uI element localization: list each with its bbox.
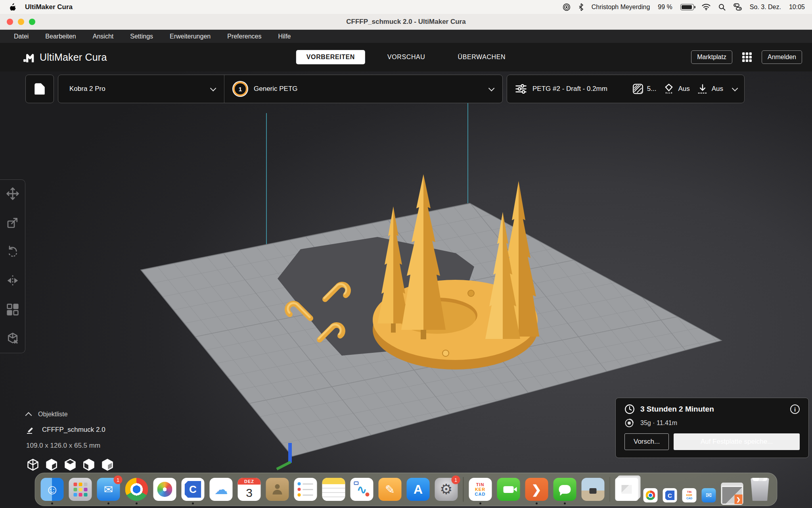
view-front-button[interactable] — [45, 458, 58, 471]
tab-vorschau[interactable]: VORSCHAU — [377, 50, 435, 64]
dock-tinkercad-icon[interactable]: TINKERCAD — [469, 478, 492, 501]
dock: ☺ ✉1 C ☁ DEZ 3 ∿ ✎ A ⚙1 TINKERCAD ❯ — [35, 473, 778, 506]
material-name: Generic PETG — [254, 85, 298, 93]
machine-material-panel: Kobra 2 Pro 1 Generic PETG — [58, 75, 503, 103]
ring-detail-bump-back — [468, 290, 474, 296]
menu-settings[interactable]: Settings — [122, 33, 161, 40]
dock-launchpad-icon[interactable] — [69, 478, 92, 501]
menubar-time[interactable]: 10:05 — [789, 4, 805, 11]
dock-facetime-icon[interactable] — [497, 478, 520, 501]
info-icon[interactable]: i — [790, 404, 800, 414]
dock-minimized-chrome-window[interactable] — [643, 488, 658, 502]
menu-hilfe[interactable]: Hilfe — [270, 33, 299, 40]
cura-brand: UltiMaker Cura — [0, 52, 107, 63]
support-icon — [663, 83, 674, 94]
control-center-icon[interactable] — [733, 3, 742, 11]
screen-mirroring-icon[interactable] — [563, 3, 571, 11]
calendar-month: DEZ — [238, 478, 261, 485]
dock-contacts-icon[interactable] — [266, 478, 289, 501]
view-3d-button[interactable] — [26, 458, 40, 471]
open-file-icon — [33, 82, 46, 96]
ring-detail-bump-front — [442, 350, 449, 356]
printer-selector[interactable]: Kobra 2 Pro — [58, 75, 224, 103]
dock-minimized-mail-window[interactable]: ✉ — [702, 488, 716, 502]
material-usage: 35g · 11.41m — [640, 419, 677, 427]
save-to-disk-button[interactable]: Auf Festplatte speiche... — [674, 433, 800, 450]
model-tools-panel — [0, 179, 25, 353]
dock-finder-icon[interactable]: ☺ — [41, 478, 64, 501]
model-dimensions: 109.0 x 126.0 x 65.5 mm — [26, 442, 114, 450]
dock-pages-icon[interactable]: ✎ — [379, 478, 402, 501]
view-right-button[interactable] — [101, 458, 114, 471]
per-model-settings-button[interactable] — [4, 301, 21, 318]
view-left-button[interactable] — [82, 458, 96, 471]
dock-settings-icon[interactable]: ⚙1 — [435, 478, 458, 501]
preview-button[interactable]: Vorsch... — [624, 433, 669, 450]
menu-ansicht[interactable]: Ansicht — [84, 33, 122, 40]
dock-calendar-icon[interactable]: DEZ 3 — [238, 478, 261, 501]
object-list-item[interactable]: CFFFP_schmuck 2.0 — [26, 425, 114, 434]
app-menu-bar: Datei Bearbeiten Ansicht Settings Erweit… — [0, 30, 812, 43]
spotlight-search-icon[interactable] — [718, 4, 726, 11]
support-blocker-button[interactable] — [4, 330, 21, 347]
print-settings-panel[interactable]: PETG #2 - Draft - 0.2mm 5... — [507, 75, 745, 103]
object-list-title: Objektliste — [38, 411, 68, 418]
material-selector[interactable]: 1 Generic PETG — [224, 75, 502, 103]
menu-datei[interactable]: Datei — [6, 33, 37, 40]
dock-documents-stack[interactable] — [615, 478, 638, 501]
menubar-app-name[interactable]: UltiMaker Cura — [25, 3, 73, 11]
dock-minimized-tinkercad-window[interactable]: TINKERCAD — [682, 488, 697, 502]
screen: UltiMaker Cura Christoph Meyerding 99 % … — [0, 0, 812, 508]
menu-preferences[interactable]: Preferences — [219, 33, 270, 40]
dock-notes-icon[interactable] — [322, 478, 345, 501]
cura-window: CFFFP_schmuck 2.0 - UltiMaker Cura Datei… — [0, 14, 812, 508]
dock-minimized-browser-window[interactable]: ❯ — [721, 483, 743, 505]
dock-photo-thumbnail[interactable] — [581, 478, 604, 501]
dock-photos-icon[interactable] — [153, 478, 176, 501]
clock-icon — [624, 404, 635, 414]
marketplace-button[interactable]: Marktplatz — [691, 50, 732, 64]
sign-in-button[interactable]: Anmelden — [762, 50, 802, 64]
dock-minimized-cura-window[interactable]: C — [663, 488, 677, 502]
adhesion-value: Aus — [712, 85, 723, 93]
print-summary-panel: 3 Stunden 2 Minuten i 35g · 11.41m Vorsc… — [615, 398, 809, 458]
adhesion-setting: Aus — [697, 83, 723, 94]
ultimaker-logo-icon — [23, 52, 35, 62]
window-titlebar[interactable]: CFFFP_schmuck 2.0 - UltiMaker Cura — [0, 14, 812, 30]
dock-freeform-icon[interactable]: ∿ — [350, 478, 373, 501]
calendar-day: 3 — [238, 485, 261, 501]
menubar-user-name[interactable]: Christoph Meyerding — [592, 4, 650, 11]
dock-mail-icon[interactable]: ✉1 — [97, 478, 120, 501]
menu-erweiterungen[interactable]: Erweiterungen — [161, 33, 219, 40]
dock-icloud-icon[interactable]: ☁ — [210, 478, 233, 501]
settings-badge: 1 — [452, 475, 460, 484]
menu-bearbeiten[interactable]: Bearbeiten — [37, 33, 84, 40]
chevron-down-icon — [488, 85, 495, 91]
tab-vorbereiten[interactable]: VORBEREITEN — [296, 50, 365, 64]
open-file-button[interactable] — [25, 75, 54, 103]
bluetooth-icon[interactable] — [578, 3, 584, 11]
viewport-3d[interactable]: Kobra 2 Pro 1 Generic PETG PETG #2 - Dra… — [0, 71, 812, 508]
object-list-header[interactable]: Objektliste — [26, 411, 114, 418]
dock-appstore-icon[interactable]: A — [407, 478, 430, 501]
view-top-button[interactable] — [63, 458, 77, 471]
apple-logo-icon[interactable] — [10, 3, 16, 11]
dock-chrome-icon[interactable] — [125, 478, 148, 501]
rotate-tool-button[interactable] — [4, 243, 21, 260]
tab-ueberwachen[interactable]: ÜBERWACHEN — [447, 50, 516, 64]
dock-prusaslicer-icon[interactable]: ❯ — [525, 478, 548, 501]
mirror-tool-button[interactable] — [4, 272, 21, 289]
scale-tool-button[interactable] — [4, 214, 21, 231]
move-tool-button[interactable] — [4, 185, 21, 202]
rename-pencil-icon[interactable] — [26, 425, 35, 434]
macos-menu-bar: UltiMaker Cura Christoph Meyerding 99 % … — [0, 0, 812, 14]
model-name: CFFFP_schmuck 2.0 — [42, 426, 105, 434]
dock-messages-icon[interactable] — [553, 478, 576, 501]
wifi-icon[interactable] — [702, 4, 710, 10]
stage-tabs: VORBEREITEN VORSCHAU ÜBERWACHEN — [296, 50, 516, 64]
applications-grid-icon[interactable] — [742, 52, 752, 62]
dock-reminders-icon[interactable] — [294, 478, 317, 501]
dock-cura-icon[interactable]: C — [182, 478, 205, 501]
dock-trash-icon[interactable] — [749, 478, 772, 501]
menubar-date[interactable]: So. 3. Dez. — [750, 4, 781, 11]
